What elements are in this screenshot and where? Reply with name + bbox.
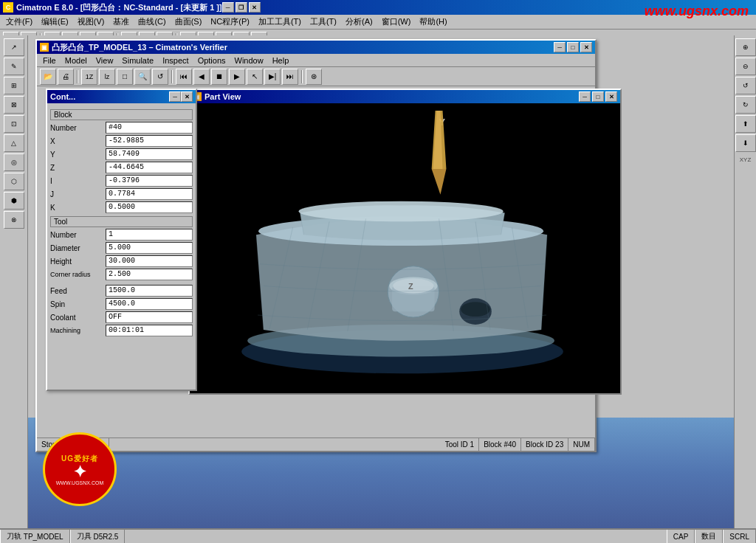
ctrl-min[interactable]: ─ [169,91,181,102]
close-button[interactable]: ✕ [249,2,261,13]
part-view-controls: ─ □ ✕ [579,91,617,102]
block-k-label: K [50,204,106,212]
svg-point-9 [298,201,503,222]
vmenu-help[interactable]: Help [268,55,294,66]
menu-nc-tools[interactable]: 加工工具(T) [254,15,306,29]
watermark: www.ugsnx.com [645,4,749,19]
vt-rotate[interactable]: ↺ [152,69,168,85]
vt-print[interactable]: 🖨 [58,69,74,85]
verifier-close[interactable]: ✕ [580,42,592,52]
vt-1z[interactable]: 1Z [81,69,97,85]
sidebar-btn-1[interactable]: ↗ [4,38,24,56]
block-j-label: J [50,190,106,198]
menu-curve[interactable]: 曲线(C) [134,15,170,29]
feed-row: Feed 1500.0 [50,285,193,297]
tool-number-label: Number [50,231,106,239]
vt-stop[interactable]: ⏹ [211,69,227,85]
vt-end[interactable]: ⏭ [282,69,298,85]
vt-play[interactable]: ▶ [229,69,245,85]
app-status-bar: 刀轨 TP_MODEL 刀具 D5R2.5 CAP 数目 SCRL [0,528,756,543]
vt-zoom[interactable]: 🔍 [134,69,151,85]
control-titlebar: Cont... ─ ✕ [47,90,196,103]
vt-next[interactable]: ▶| [264,69,281,85]
main-title: Cimatron E 8.0 - [凹形凸台：NC-Standard - [未更… [16,2,222,13]
menu-analysis[interactable]: 分析(A) [341,15,377,29]
menu-file[interactable]: 文件(F) [1,15,37,29]
verifier-maximize[interactable]: □ [567,42,579,52]
vmenu-inspect[interactable]: Inspect [158,55,193,66]
spin-value: 4500.0 [106,298,193,310]
status-tool-type-label: 刀具 [77,531,92,542]
right-btn-4[interactable]: ↻ [735,96,756,114]
verifier-titlebar: ▣ 凸形凸台_TP_MODEL_13 – Cimatron's Verifier… [37,41,595,54]
ctrl-close[interactable]: ✕ [181,91,193,102]
sidebar-btn-5[interactable]: ⊡ [4,115,24,133]
minimize-button[interactable]: ─ [222,2,234,13]
tool-section-label: Tool [54,218,67,226]
vt-box[interactable]: □ [117,69,133,85]
block-id-status: Block ID 23 [521,438,568,451]
sidebar-btn-2[interactable]: ✎ [4,58,24,75]
pv-min[interactable]: ─ [579,91,591,102]
sidebar-btn-7[interactable]: ◎ [4,153,24,171]
vmenu-view[interactable]: View [92,55,118,66]
menu-tools[interactable]: 工具(T) [306,15,341,29]
verifier-minimize[interactable]: ─ [554,42,566,52]
sidebar-btn-3[interactable]: ⊞ [4,77,24,94]
right-btn-3[interactable]: ↺ [735,77,756,94]
coolant-row: Coolant OFF [50,311,193,323]
right-btn-6[interactable]: ⬇ [735,134,756,152]
menu-edit[interactable]: 编辑(E) [37,15,73,29]
right-btn-5[interactable]: ⬆ [735,115,756,133]
spin-row: Spin 4500.0 [50,298,193,310]
block-i-label: I [50,177,106,185]
verifier-menu: File Model View Simulate Inspect Options… [37,54,595,67]
num-text: NUM [573,440,590,449]
status-tool: 刀轨 TP_MODEL [0,530,70,543]
app-icon: C [3,2,13,13]
vmenu-simulate[interactable]: Simulate [117,55,158,66]
sidebar-btn-6[interactable]: △ [4,134,24,152]
right-btn-2[interactable]: ⊖ [735,58,756,75]
sidebar-btn-10[interactable]: ⊗ [4,211,24,229]
menu-view[interactable]: 视图(V) [73,15,109,29]
status-cap-text: CAP [673,533,689,541]
menu-surface[interactable]: 曲面(S) [171,15,207,29]
menu-nc[interactable]: NC程序(P) [206,15,254,29]
vt-prev[interactable]: ⏮ [176,69,192,85]
verifier-icon: ▣ [40,43,49,52]
vmenu-options[interactable]: Options [193,55,230,66]
vmenu-file[interactable]: File [38,55,61,66]
sidebar-btn-8[interactable]: ⬡ [4,173,24,190]
vt-back[interactable]: ◀ [193,69,210,85]
menu-help[interactable]: 帮助(H) [415,15,451,29]
tool-corner-row: Corner radius 2.500 [50,269,193,280]
tool-diameter-label: Diameter [50,244,106,252]
vt-extra[interactable]: ⊛ [306,69,322,85]
vt-open[interactable]: 📂 [40,69,56,85]
tool-id-text: Tool ID 1 [445,440,474,449]
status-num: 数目 [695,530,723,543]
sidebar-btn-9[interactable]: ⬢ [4,192,24,210]
menu-window[interactable]: 窗口(W) [377,15,416,29]
right-btn-1[interactable]: ⊕ [735,38,756,56]
svg-point-16 [461,302,490,317]
block-text: Block #40 [484,440,516,449]
restore-button[interactable]: ❐ [236,2,247,13]
verifier-titlebar-controls: ─ □ ✕ [554,42,592,52]
pv-close[interactable]: ✕ [605,91,617,102]
block-j-row: J 0.7784 [50,188,193,200]
vmenu-model[interactable]: Model [61,55,92,66]
vt-lz[interactable]: lz [99,69,115,85]
verifier-title: 凸形凸台_TP_MODEL_13 – Cimatron's Verifier [52,42,554,53]
vt-cursor[interactable]: ↖ [247,69,263,85]
part-view-titlebar: ▣ Part View ─ □ ✕ [190,90,620,103]
menu-datum[interactable]: 基准 [109,15,134,29]
pv-max[interactable]: □ [592,91,604,102]
tool-id-status: Tool ID 1 [441,438,479,451]
control-panel: Cont... ─ ✕ Block Number #40 X -52 [46,89,197,391]
part-view-content: Y Z [190,103,620,393]
part-view-window: ▣ Part View ─ □ ✕ Y [188,89,622,395]
sidebar-btn-4[interactable]: ⊠ [4,96,24,114]
vmenu-window[interactable]: Window [230,55,268,66]
